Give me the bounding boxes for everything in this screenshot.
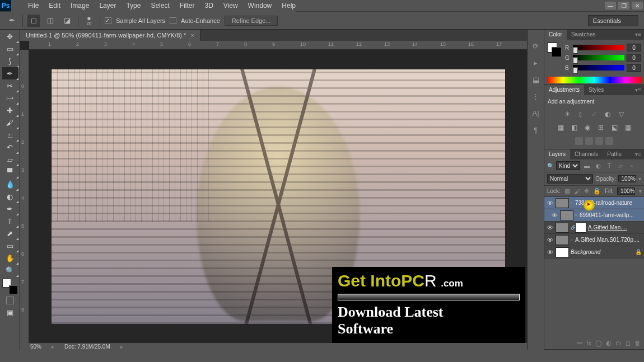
color-swatch[interactable]	[547, 43, 562, 57]
lasso-tool-icon[interactable]: ⟆	[2, 55, 18, 67]
opacity-value[interactable]	[618, 175, 636, 182]
visibility-icon[interactable]: 👁	[549, 212, 560, 219]
exposure-icon[interactable]: ◐	[603, 110, 613, 119]
status-play-icon[interactable]: ▸	[120, 344, 123, 350]
ruler-vertical[interactable]: 0 1 2 3 4 5 6 7 8	[20, 50, 29, 343]
layer-row[interactable]: 👁 ▫ 6990411-farm-wallp...	[544, 209, 644, 222]
panel-menu-icon[interactable]: ▾≡	[632, 149, 644, 159]
b-value[interactable]	[627, 64, 641, 72]
tab-channels[interactable]: Channels	[570, 149, 603, 159]
menu-view[interactable]: View	[223, 2, 238, 10]
layer-name[interactable]: 6990411-farm-wallp...	[580, 212, 644, 218]
lock-all-icon[interactable]: 🔒	[593, 187, 601, 195]
adj-extra-icon[interactable]	[575, 137, 583, 145]
brush-panel-icon[interactable]: ⋮	[530, 90, 542, 102]
visibility-icon[interactable]: 👁	[544, 224, 556, 231]
link-layers-icon[interactable]: ⚯	[577, 340, 582, 347]
properties-panel-icon[interactable]: ⬓	[530, 73, 542, 86]
filter-adjust-icon[interactable]: ◐	[594, 161, 603, 170]
layer-row[interactable]: 👁 Background 🔒	[544, 246, 644, 258]
visibility-icon[interactable]: 👁	[544, 237, 556, 243]
auto-enhance-checkbox[interactable]	[170, 17, 176, 24]
add-selection-icon[interactable]: ◫	[44, 15, 57, 27]
levels-icon[interactable]: ⫿	[576, 110, 586, 119]
menu-layer[interactable]: Layer	[99, 2, 116, 10]
menu-edit[interactable]: Edit	[49, 2, 60, 10]
tab-swatches[interactable]: Swatches	[567, 30, 600, 40]
filter-type-icon[interactable]: T	[605, 161, 614, 170]
ruler-horizontal[interactable]: 1 2 3 4 5 6 7 8 9 10 11 12 13 14 15 16 1…	[29, 41, 527, 50]
adj-extra-icon[interactable]	[585, 137, 593, 145]
close-button[interactable]: ✕	[632, 2, 643, 10]
posterize-icon[interactable]: ▦	[623, 123, 633, 132]
marquee-tool-icon[interactable]: ▭	[2, 43, 18, 55]
minimize-button[interactable]: —	[605, 2, 616, 10]
subtract-selection-icon[interactable]: ◪	[61, 15, 73, 27]
tab-layers[interactable]: Layers	[544, 149, 570, 159]
hue-icon[interactable]: ▦	[556, 123, 566, 132]
quick-select-tool-icon[interactable]: ✒	[2, 67, 18, 79]
pen-tool-icon[interactable]: ✒	[2, 203, 18, 215]
history-brush-tool-icon[interactable]: ↶	[2, 141, 18, 153]
blur-tool-icon[interactable]: 💧	[2, 178, 18, 190]
lock-trans-icon[interactable]: ▩	[564, 187, 570, 195]
lock-paint-icon[interactable]: 🖌	[574, 188, 580, 195]
tab-adjustments[interactable]: Adjustments	[544, 85, 584, 95]
new-selection-icon[interactable]: ◻	[27, 15, 40, 27]
menu-file[interactable]: File	[28, 2, 39, 10]
layer-thumb[interactable]	[560, 210, 573, 220]
dodge-tool-icon[interactable]: ◐	[2, 190, 18, 203]
eraser-tool-icon[interactable]: ▱	[2, 153, 18, 166]
tab-color[interactable]: Color	[544, 30, 567, 40]
lock-pos-icon[interactable]: ✥	[584, 187, 589, 195]
filter-pixel-icon[interactable]: ▬	[582, 161, 591, 170]
r-value[interactable]	[627, 44, 641, 51]
panel-menu-icon[interactable]: ▾≡	[632, 85, 644, 95]
adjustment-layer-icon[interactable]: ◐	[606, 340, 612, 347]
refine-edge-button[interactable]: Refine Edge...	[225, 16, 278, 26]
bw-icon[interactable]: ◧	[569, 123, 579, 132]
delete-layer-icon[interactable]: 🗑	[634, 340, 641, 347]
tool-preset-icon[interactable]: ✒	[6, 15, 18, 27]
stamp-tool-icon[interactable]: ⏍	[2, 129, 18, 141]
photo-filter-icon[interactable]: ◉	[582, 123, 592, 132]
type-tool-icon[interactable]: T	[2, 215, 18, 227]
layer-name[interactable]: A.Gifted.Man....	[588, 224, 644, 231]
colorlookup-icon[interactable]: ⬕	[609, 123, 619, 132]
doc-size[interactable]: Doc: 7.91M/25.0M	[64, 344, 110, 350]
zoom-level[interactable]: 50%	[30, 344, 41, 350]
sample-all-checkbox[interactable]	[105, 17, 111, 24]
layer-thumb[interactable]	[556, 223, 569, 233]
crop-tool-icon[interactable]: ✂	[2, 79, 18, 92]
layer-thumb[interactable]	[556, 235, 569, 245]
status-arrow-icon[interactable]: ▸	[52, 344, 54, 350]
channel-mixer-icon[interactable]: ⊞	[596, 123, 606, 132]
filter-kind[interactable]: Kind	[556, 161, 580, 170]
eyedropper-tool-icon[interactable]: ⧴	[2, 92, 18, 104]
hand-tool-icon[interactable]: ✋	[2, 252, 18, 264]
adj-extra-icon[interactable]	[595, 137, 603, 145]
menu-type[interactable]: Type	[126, 2, 141, 10]
menu-window[interactable]: Window	[248, 2, 272, 10]
layer-mask-thumb[interactable]	[575, 223, 586, 233]
new-layer-icon[interactable]: ◻	[626, 340, 631, 347]
g-value[interactable]	[627, 54, 641, 62]
vibrance-icon[interactable]: ▽	[616, 110, 626, 119]
tab-styles[interactable]: Styles	[584, 85, 608, 95]
document-tab[interactable]: Untitled-1 @ 50% (6990411-farm-wallpaper…	[20, 30, 200, 41]
gradient-tool-icon[interactable]: ▀	[2, 166, 18, 178]
adj-extra-icon[interactable]	[605, 137, 613, 145]
menu-help[interactable]: Help	[282, 2, 296, 10]
blend-mode[interactable]: Normal	[547, 174, 593, 184]
layer-row[interactable]: 👁 🔗 A.Gifted.Man....	[544, 222, 644, 234]
filter-shape-icon[interactable]: ▱	[616, 161, 625, 170]
move-tool-icon[interactable]: ✥	[2, 30, 18, 43]
brush-tool-icon[interactable]: 🖌	[2, 116, 18, 129]
tab-paths[interactable]: Paths	[603, 149, 626, 159]
b-slider[interactable]	[573, 65, 624, 70]
fg-bg-colors[interactable]	[2, 279, 18, 294]
brush-picker[interactable]: ●26	[83, 15, 95, 27]
menu-3d[interactable]: 3D	[204, 2, 213, 10]
heal-tool-icon[interactable]: ✚	[2, 104, 18, 116]
maximize-button[interactable]: ❐	[618, 2, 629, 10]
